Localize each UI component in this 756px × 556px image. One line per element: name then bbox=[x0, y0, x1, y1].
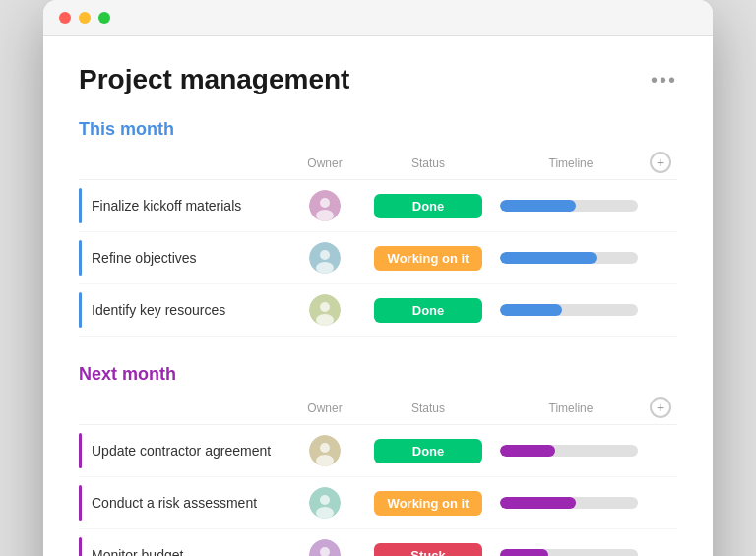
timeline-bar-container bbox=[500, 252, 638, 264]
task-border bbox=[79, 240, 82, 276]
svg-point-11 bbox=[316, 455, 334, 466]
timeline-bar-fill bbox=[500, 252, 597, 264]
app-window: Project management ••• This month Owner … bbox=[43, 0, 713, 556]
section-header-next-month: Next month bbox=[79, 364, 677, 385]
task-status-cell: Working on it bbox=[364, 491, 492, 516]
task-border bbox=[79, 188, 82, 223]
timeline-bar-fill bbox=[500, 200, 576, 212]
more-options-button[interactable]: ••• bbox=[651, 69, 677, 92]
timeline-bar-container bbox=[500, 497, 638, 509]
task-timeline bbox=[492, 549, 650, 556]
col-header-add: + bbox=[650, 397, 677, 418]
col-header-owner: Owner bbox=[285, 154, 364, 171]
section-next-month: Next month Owner Status Timeline + Updat… bbox=[79, 364, 677, 556]
task-owner bbox=[285, 487, 364, 519]
task-name: Finalize kickoff materials bbox=[92, 198, 285, 214]
status-badge[interactable]: Done bbox=[374, 298, 482, 323]
col-header-timeline: Timeline bbox=[492, 154, 650, 171]
svg-point-2 bbox=[316, 210, 334, 221]
task-row: Finalize kickoff materials Done bbox=[79, 180, 677, 232]
avatar bbox=[309, 539, 341, 556]
timeline-bar-container bbox=[500, 445, 638, 457]
task-timeline bbox=[492, 445, 650, 457]
task-status-cell: Stuck bbox=[364, 543, 492, 557]
task-border bbox=[79, 292, 82, 328]
status-badge[interactable]: Done bbox=[374, 439, 482, 463]
status-badge[interactable]: Stuck bbox=[374, 543, 482, 557]
task-owner bbox=[285, 435, 364, 466]
column-headers: Owner Status Timeline + bbox=[79, 148, 677, 180]
svg-point-8 bbox=[316, 314, 334, 326]
col-header-status: Status bbox=[364, 399, 492, 416]
avatar bbox=[309, 435, 341, 466]
svg-point-4 bbox=[320, 250, 330, 260]
status-badge[interactable]: Working on it bbox=[374, 246, 483, 271]
task-name: Identify key resources bbox=[92, 302, 285, 318]
main-content: Project management ••• This month Owner … bbox=[43, 36, 713, 556]
task-border bbox=[79, 537, 82, 556]
avatar bbox=[309, 487, 341, 519]
page-title: Project management bbox=[79, 64, 349, 95]
timeline-bar-fill bbox=[500, 445, 555, 457]
maximize-button[interactable] bbox=[98, 12, 110, 24]
section-header-this-month: This month bbox=[79, 119, 677, 140]
task-status-cell: Working on it bbox=[364, 246, 492, 271]
task-row: Monitor budget Stuck bbox=[79, 529, 677, 556]
add-task-button[interactable]: + bbox=[650, 152, 671, 173]
task-name: Conduct a risk assessment bbox=[92, 495, 285, 511]
col-header-add: + bbox=[650, 152, 677, 173]
task-status-cell: Done bbox=[364, 298, 492, 323]
task-status-cell: Done bbox=[364, 194, 492, 218]
svg-point-14 bbox=[316, 507, 334, 519]
task-timeline bbox=[492, 497, 650, 509]
task-timeline bbox=[492, 304, 650, 316]
col-header-status: Status bbox=[364, 154, 492, 171]
svg-point-1 bbox=[320, 198, 330, 208]
column-headers: Owner Status Timeline + bbox=[79, 393, 677, 425]
task-status-cell: Done bbox=[364, 439, 492, 463]
task-row: Identify key resources Done bbox=[79, 284, 677, 337]
section-title-this-month: This month bbox=[79, 119, 174, 140]
col-header-owner: Owner bbox=[285, 399, 364, 416]
task-timeline bbox=[492, 252, 650, 264]
avatar bbox=[309, 294, 341, 326]
avatar bbox=[309, 190, 341, 221]
task-name: Refine objectives bbox=[92, 250, 285, 266]
task-owner bbox=[285, 190, 364, 221]
task-owner bbox=[285, 294, 364, 326]
svg-point-13 bbox=[320, 495, 330, 505]
task-border bbox=[79, 433, 82, 468]
task-row: Update contractor agreement Done bbox=[79, 425, 677, 477]
status-badge[interactable]: Done bbox=[374, 194, 482, 218]
task-timeline bbox=[492, 200, 650, 212]
task-name: Update contractor agreement bbox=[92, 443, 285, 459]
section-this-month: This month Owner Status Timeline + Final… bbox=[79, 119, 677, 337]
sections-container: This month Owner Status Timeline + Final… bbox=[79, 119, 677, 556]
svg-point-5 bbox=[316, 262, 334, 274]
col-header-timeline: Timeline bbox=[492, 399, 650, 416]
avatar bbox=[309, 242, 341, 274]
timeline-bar-fill bbox=[500, 497, 576, 509]
task-name: Monitor budget bbox=[92, 547, 285, 556]
section-title-next-month: Next month bbox=[79, 364, 176, 385]
task-row: Refine objectives Working on it bbox=[79, 232, 677, 284]
task-border bbox=[79, 485, 82, 521]
timeline-bar-container bbox=[500, 549, 638, 556]
task-row: Conduct a risk assessment Working on it bbox=[79, 477, 677, 529]
timeline-bar-container bbox=[500, 304, 638, 316]
timeline-bar-fill bbox=[500, 304, 562, 316]
timeline-bar-fill bbox=[500, 549, 548, 556]
page-header: Project management ••• bbox=[79, 64, 677, 95]
minimize-button[interactable] bbox=[79, 12, 91, 24]
timeline-bar-container bbox=[500, 200, 638, 212]
task-owner bbox=[285, 539, 364, 556]
add-task-button[interactable]: + bbox=[650, 397, 671, 418]
title-bar bbox=[43, 0, 713, 36]
svg-point-10 bbox=[320, 443, 330, 453]
svg-point-7 bbox=[320, 302, 330, 312]
status-badge[interactable]: Working on it bbox=[374, 491, 483, 516]
task-owner bbox=[285, 242, 364, 274]
close-button[interactable] bbox=[59, 12, 71, 24]
